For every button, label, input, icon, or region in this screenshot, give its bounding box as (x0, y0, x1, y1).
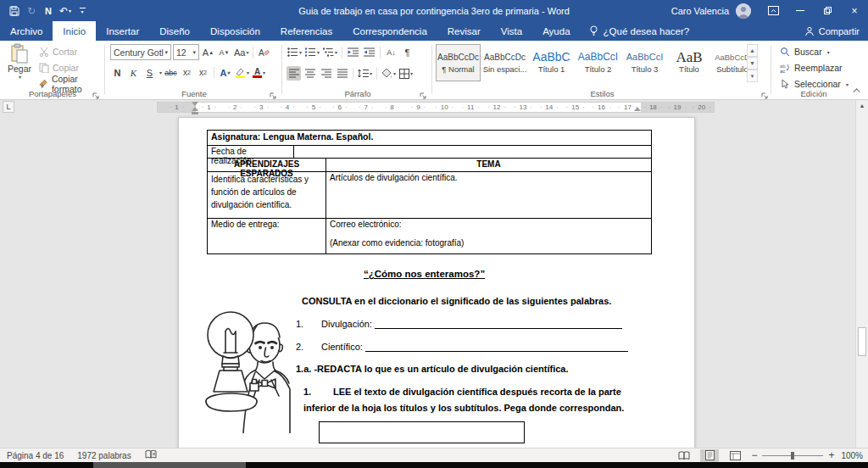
tab-vista[interactable]: Vista (491, 21, 532, 41)
first-line-indent-marker[interactable] (192, 102, 198, 106)
qat-n-icon[interactable]: N (41, 3, 56, 20)
style-normal[interactable]: AaBbCcDc ¶ Normal (436, 44, 481, 81)
shading-button[interactable]: ▾ (381, 66, 397, 81)
style-sin-espaciado[interactable]: AaBbCcDc Sin espaci... (482, 44, 527, 81)
styles-gallery-more-icon[interactable]: ▾ (747, 70, 758, 82)
font-color-button[interactable]: A ▾ (252, 65, 266, 80)
hanging-indent-marker[interactable] (192, 107, 198, 111)
tab-referencias[interactable]: Referencias (270, 21, 342, 41)
left-indent-marker[interactable] (192, 112, 198, 114)
style-titulo[interactable]: AaB Título (669, 44, 709, 81)
read-mode-button[interactable] (675, 449, 693, 462)
font-family-select[interactable]: Century Gotl ▾ (110, 44, 171, 60)
change-case-button[interactable]: Aa▾ (233, 45, 249, 59)
user-name[interactable]: Caro Valencia (671, 6, 729, 16)
undo-button[interactable]: ↶▾ (58, 3, 73, 20)
doc-title: “¿Cómo nos enteramos?” (364, 269, 485, 279)
zoom-slider[interactable] (762, 455, 823, 456)
show-paragraph-marks-button[interactable]: ¶ (400, 45, 415, 59)
collapse-ribbon-icon[interactable] (853, 86, 863, 96)
justify-button[interactable] (335, 66, 349, 81)
zoom-slider-handle[interactable] (791, 452, 794, 460)
doc-lee-line2: inferior de la hoja los títulos y los su… (303, 403, 624, 413)
tell-me-search[interactable]: ¿Qué desea hacer? (581, 21, 698, 41)
text-effects-button[interactable]: A▾ (218, 65, 232, 80)
zoom-in-button[interactable]: + (828, 449, 834, 461)
tab-insertar[interactable]: Insertar (96, 21, 149, 41)
qat-customize-button[interactable]: ▾ (75, 3, 90, 20)
item-number: 2. (296, 342, 321, 352)
subscript-button[interactable]: x2 (180, 65, 194, 80)
find-button[interactable]: Buscar ▾ (780, 44, 849, 59)
font-size-select[interactable]: 12 ▾ (173, 44, 199, 60)
sort-button[interactable]: A↓ (384, 45, 398, 59)
style-titulo-2[interactable]: AaBbCcI Título 2 (576, 44, 620, 81)
style-titulo-3[interactable]: AaBbCcI Título 3 (622, 44, 667, 81)
repeat-icon[interactable]: ↻ (24, 3, 39, 20)
bold-button[interactable]: N (110, 65, 125, 80)
borders-button[interactable]: ▾ (398, 66, 414, 81)
scrollbar-thumb[interactable] (858, 327, 866, 356)
italic-button[interactable]: K (126, 65, 141, 80)
proofing-icon[interactable] (145, 449, 157, 461)
minimize-button[interactable] (787, 0, 814, 21)
tab-disposicion[interactable]: Disposición (200, 21, 270, 41)
highlight-button[interactable]: ▾ (234, 65, 250, 80)
share-label: Compartir (819, 26, 860, 36)
zoom-level[interactable]: 100% (841, 451, 863, 460)
tab-archivo[interactable]: Archivo (0, 21, 53, 41)
cursor-icon (780, 79, 790, 89)
superscript-button[interactable]: x2 (196, 65, 210, 80)
vertical-scrollbar[interactable]: ▲ (855, 100, 868, 448)
avatar[interactable] (736, 3, 751, 19)
grow-font-button[interactable]: A▲ (201, 45, 215, 59)
bullets-button[interactable]: ▾ (287, 45, 303, 59)
strikethrough-button[interactable]: abc (164, 65, 178, 80)
tab-inicio[interactable]: Inicio (53, 21, 96, 41)
taskbar-app-segment[interactable] (93, 462, 246, 468)
zoom-out-button[interactable]: − (751, 449, 757, 461)
close-button[interactable]: × (841, 0, 868, 21)
replace-button[interactable]: abac Reemplazar (780, 60, 849, 75)
share-button[interactable]: Compartir (804, 21, 860, 41)
styles-scroll-down-icon[interactable]: ▼ (747, 57, 758, 70)
right-indent-marker[interactable] (634, 107, 641, 111)
copy-button[interactable]: Copiar (39, 60, 105, 75)
line-spacing-button[interactable]: ▾ (357, 66, 373, 81)
style-preview: AaB (676, 53, 702, 62)
tab-correspondencia[interactable]: Correspondencia (342, 21, 437, 41)
tab-ayuda[interactable]: Ayuda (532, 21, 580, 41)
paste-button[interactable]: Pegar ▾ (4, 43, 35, 94)
styles-scroll-up-icon[interactable]: ▲ (747, 44, 758, 57)
tab-revisar[interactable]: Revisar (437, 21, 491, 41)
increase-indent-button[interactable] (362, 45, 376, 59)
font-family-value: Century Gotl (114, 47, 164, 58)
align-center-button[interactable] (303, 66, 317, 81)
chevron-down-icon[interactable]: ▾ (159, 70, 162, 75)
align-left-button[interactable] (287, 66, 301, 81)
scroll-up-icon[interactable]: ▲ (856, 103, 868, 109)
table-cell: Artículos de divulgación científica. (326, 172, 651, 218)
restore-button[interactable] (814, 0, 841, 21)
ribbon-display-options-button[interactable] (760, 0, 787, 21)
web-layout-button[interactable] (726, 449, 744, 462)
tab-diseno[interactable]: Diseño (149, 21, 200, 41)
group-label: Párrafo (283, 89, 432, 98)
horizontal-ruler[interactable]: 1 1234567891011121314151617 181920 (157, 102, 715, 113)
document-page[interactable]: Asignatura: Lengua Materna. Español. Fec… (178, 117, 695, 448)
shrink-font-button[interactable]: A▼ (217, 45, 231, 59)
word-count[interactable]: 1972 palabras (77, 451, 131, 460)
multilevel-list-button[interactable]: ▾ (322, 45, 338, 59)
underline-button[interactable]: S (142, 65, 157, 80)
print-layout-button[interactable] (700, 449, 719, 462)
clear-formatting-button[interactable]: A (257, 45, 271, 59)
tab-stop-selector[interactable]: L (3, 101, 14, 113)
cut-button[interactable]: Cortar (39, 44, 105, 58)
style-name: Sin espaci... (483, 64, 527, 74)
style-titulo-1[interactable]: AaBbC Título 1 (529, 44, 574, 81)
numbering-button[interactable]: ▾ (304, 45, 320, 59)
decrease-indent-button[interactable] (346, 45, 360, 59)
save-icon[interactable] (7, 3, 22, 20)
align-right-button[interactable] (319, 66, 333, 81)
page-indicator[interactable]: Página 4 de 16 (7, 451, 64, 460)
